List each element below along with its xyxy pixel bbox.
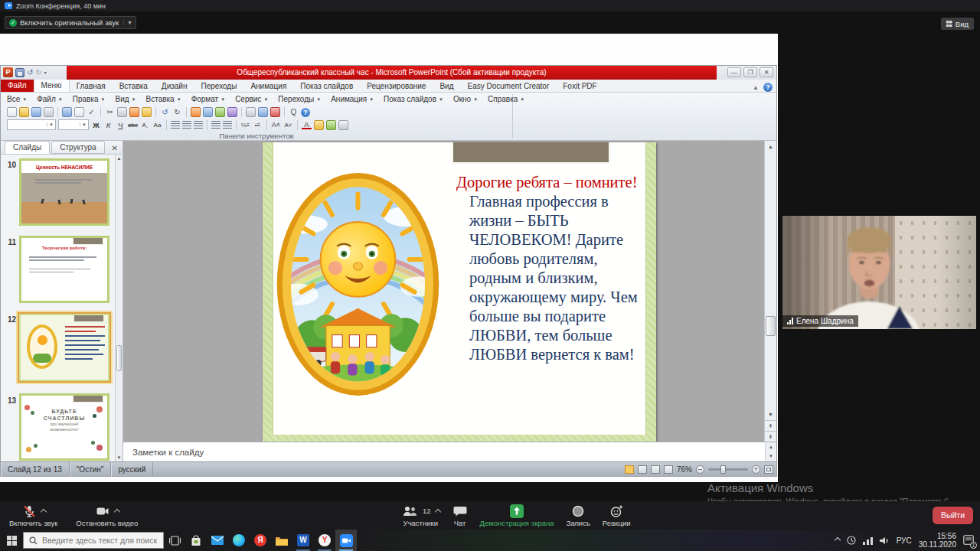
tab-slides[interactable]: Слайды: [5, 141, 50, 154]
search-input[interactable]: [42, 536, 157, 545]
menu-format[interactable]: Формат▼: [191, 95, 225, 103]
line-spacing-icon[interactable]: [211, 121, 220, 129]
fit-to-window-icon[interactable]: [764, 465, 773, 474]
menu-all[interactable]: Все▼: [7, 95, 27, 103]
chevron-up-icon[interactable]: [434, 509, 440, 515]
print-preview-icon[interactable]: [74, 107, 84, 117]
minimize-icon[interactable]: —: [727, 67, 741, 77]
tab-transitions[interactable]: Переходы: [194, 80, 243, 92]
theme-name[interactable]: "Остин": [70, 462, 112, 477]
color-scheme-icon[interactable]: [270, 107, 280, 117]
fill-color-icon[interactable]: [326, 120, 336, 130]
email-icon[interactable]: [44, 107, 54, 117]
undo-icon[interactable]: ↺: [160, 108, 170, 116]
stop-video-button[interactable]: Остановить видео: [76, 503, 138, 527]
current-slide[interactable]: Дорогие ребята – помните! Главная профес…: [263, 142, 656, 442]
start-button[interactable]: [0, 530, 23, 551]
slide-body-text[interactable]: Дорогие ребята – помните! Главная профес…: [456, 173, 640, 364]
scroll-up-icon[interactable]: ▲: [116, 156, 122, 161]
slide-thumbnail-12-selected[interactable]: [18, 312, 111, 383]
paste-icon[interactable]: [129, 107, 139, 117]
leave-meeting-button[interactable]: Выйти: [933, 507, 973, 524]
cut-icon[interactable]: ✂: [105, 108, 115, 116]
mail-app-icon[interactable]: [207, 530, 228, 551]
share-screen-button[interactable]: Демонстрация экрана: [480, 503, 554, 527]
word-app-icon[interactable]: W: [292, 530, 314, 551]
menu-file[interactable]: Файл▼: [37, 95, 63, 103]
normal-view-icon[interactable]: [625, 465, 634, 474]
slide-vertical-scrollbar[interactable]: ▲ ▼ ⇞ ⇟: [764, 141, 776, 442]
slide-title-placeholder[interactable]: [451, 142, 611, 165]
menu-animation[interactable]: Анимация▼: [331, 95, 374, 103]
font-name-combo[interactable]: ▼: [7, 119, 56, 130]
record-button[interactable]: Запись: [567, 503, 590, 527]
slides-panel-scrollbar[interactable]: ▲ ▼: [115, 155, 122, 461]
underline-icon[interactable]: Ч: [116, 121, 126, 129]
tab-foxit-pdf[interactable]: Foxit PDF: [556, 80, 603, 92]
speaker-tray-icon[interactable]: [880, 536, 890, 545]
increase-font-icon[interactable]: A˄: [271, 121, 281, 129]
original-sound-button[interactable]: ✓ Включить оригинальный звук ▼: [5, 16, 136, 29]
shadow-icon[interactable]: A˯: [140, 122, 150, 129]
chevron-up-icon[interactable]: [40, 509, 46, 515]
reading-view-icon[interactable]: [651, 465, 660, 474]
help-icon[interactable]: ?: [763, 83, 773, 92]
zoom-out-icon[interactable]: –: [696, 465, 704, 474]
picture-icon[interactable]: [215, 107, 225, 117]
font-size-combo[interactable]: ▼: [58, 119, 89, 130]
smartart-icon[interactable]: [227, 107, 237, 117]
new-document-icon[interactable]: [7, 107, 17, 117]
table-icon[interactable]: [203, 107, 213, 117]
zoom-tool-icon[interactable]: Q: [289, 108, 299, 116]
zoom-slider-thumb[interactable]: [720, 465, 726, 474]
notes-scrollbar[interactable]: ▲▼: [765, 442, 776, 461]
menu-tools[interactable]: Сервис▼: [235, 95, 268, 103]
chevron-up-icon[interactable]: [114, 509, 120, 515]
taskbar-search[interactable]: [23, 532, 164, 549]
new-slide-icon[interactable]: [246, 107, 256, 117]
next-slide-icon[interactable]: ⇟: [765, 431, 776, 442]
clock-tray-icon[interactable]: [847, 536, 856, 545]
zoom-in-icon[interactable]: +: [752, 465, 760, 474]
slideshow-view-icon[interactable]: [664, 465, 673, 474]
tab-menu[interactable]: Меню: [34, 79, 70, 92]
notes-pane[interactable]: Заметки к слайду ▲▼: [123, 442, 776, 461]
file-explorer-icon[interactable]: [271, 530, 292, 551]
save-icon[interactable]: [15, 68, 24, 77]
unmute-button[interactable]: Включить звук: [9, 503, 57, 527]
strikethrough-icon[interactable]: abc: [128, 122, 138, 129]
tray-expand-icon[interactable]: [834, 537, 840, 543]
participant-video-feed[interactable]: Елена Шадрина: [782, 216, 976, 329]
tab-file[interactable]: Файл: [1, 79, 34, 92]
qat-dropdown-icon[interactable]: ▾: [44, 70, 47, 75]
sun-children-illustration[interactable]: [273, 170, 443, 399]
store-app-icon[interactable]: [185, 530, 207, 551]
align-right-icon[interactable]: [194, 121, 203, 129]
restore-icon[interactable]: ❐: [743, 67, 757, 77]
task-view-button[interactable]: [164, 530, 185, 551]
format-painter-icon[interactable]: [142, 107, 152, 117]
tab-slideshow[interactable]: Показ слайдов: [293, 80, 360, 92]
italic-icon[interactable]: К: [103, 121, 113, 129]
previous-slide-icon[interactable]: ⇞: [765, 420, 776, 431]
copy-icon[interactable]: [117, 107, 127, 117]
tab-insert[interactable]: Вставка: [113, 80, 155, 92]
slide-sorter-icon[interactable]: [638, 465, 647, 474]
align-left-icon[interactable]: [171, 121, 180, 129]
redo-icon[interactable]: ↻: [172, 108, 182, 116]
edge-browser-icon[interactable]: [228, 530, 250, 551]
language-indicator[interactable]: русский: [111, 462, 153, 477]
zoom-slider[interactable]: [708, 468, 748, 471]
bullet-list-icon[interactable]: •≡: [253, 122, 263, 129]
tab-review[interactable]: Рецензирование: [360, 80, 433, 92]
scroll-up-icon[interactable]: ▲: [765, 141, 776, 152]
highlight-icon[interactable]: [314, 120, 324, 130]
collapse-ribbon-icon[interactable]: ▲: [753, 84, 759, 91]
action-center-button[interactable]: 1: [963, 535, 974, 546]
slide-thumbnail-13[interactable]: БУДЬТЕ СЧАСТЛИВЫ при малейшей возможност…: [19, 393, 109, 461]
scrollbar-thumb[interactable]: [766, 316, 776, 336]
decrease-font-icon[interactable]: A˅: [283, 122, 293, 129]
tab-home[interactable]: Главная: [70, 80, 113, 92]
input-language[interactable]: РУС: [897, 536, 912, 545]
font-color-icon[interactable]: А: [302, 120, 312, 129]
